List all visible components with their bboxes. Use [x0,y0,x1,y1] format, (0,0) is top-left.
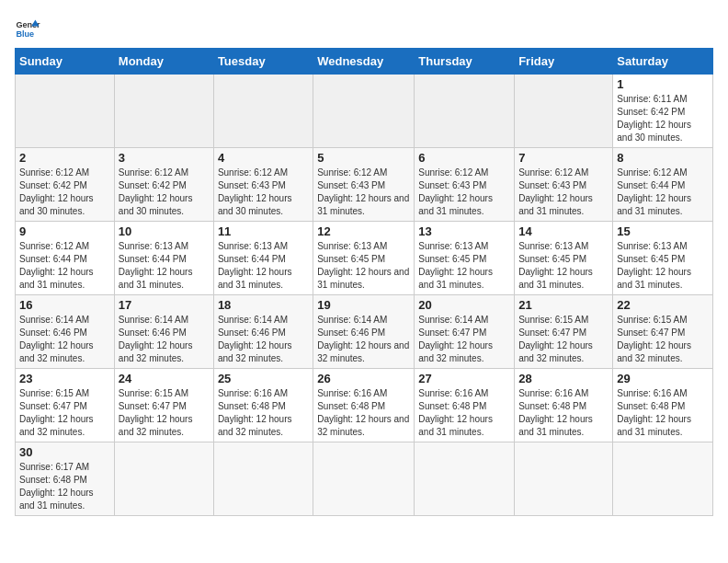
calendar-cell: 10Sunrise: 6:13 AM Sunset: 6:44 PM Dayli… [114,222,213,295]
calendar-header-sunday: Sunday [16,49,115,75]
day-info: Sunrise: 6:16 AM Sunset: 6:48 PM Dayligh… [317,387,410,439]
day-number: 23 [19,372,110,385]
day-info: Sunrise: 6:13 AM Sunset: 6:44 PM Dayligh… [218,240,309,292]
calendar-cell: 12Sunrise: 6:13 AM Sunset: 6:45 PM Dayli… [313,222,415,295]
calendar-cell [213,75,313,148]
page-header: General Blue [15,15,713,40]
calendar-header-friday: Friday [515,49,613,75]
calendar-cell: 13Sunrise: 6:13 AM Sunset: 6:45 PM Dayli… [415,222,515,295]
calendar-cell: 23Sunrise: 6:15 AM Sunset: 6:47 PM Dayli… [16,369,115,442]
calendar-cell [16,75,115,148]
calendar-cell: 25Sunrise: 6:16 AM Sunset: 6:48 PM Dayli… [213,369,313,442]
day-number: 24 [119,372,210,385]
calendar-cell: 30Sunrise: 6:17 AM Sunset: 6:48 PM Dayli… [16,442,115,516]
day-number: 3 [119,151,210,165]
calendar-week-row: 30Sunrise: 6:17 AM Sunset: 6:48 PM Dayli… [16,442,713,516]
day-number: 19 [317,298,410,312]
day-number: 26 [317,372,410,385]
day-number: 10 [119,224,210,238]
calendar-cell [515,75,613,148]
calendar-header-saturday: Saturday [613,49,713,75]
calendar-cell: 8Sunrise: 6:12 AM Sunset: 6:44 PM Daylig… [613,148,713,222]
day-info: Sunrise: 6:15 AM Sunset: 6:47 PM Dayligh… [518,314,609,365]
calendar-week-row: 9Sunrise: 6:12 AM Sunset: 6:44 PM Daylig… [16,222,713,295]
day-number: 17 [119,298,210,312]
calendar-header-tuesday: Tuesday [213,49,313,75]
calendar-cell: 4Sunrise: 6:12 AM Sunset: 6:43 PM Daylig… [213,148,313,222]
day-info: Sunrise: 6:15 AM Sunset: 6:47 PM Dayligh… [617,314,709,365]
calendar-cell: 5Sunrise: 6:12 AM Sunset: 6:43 PM Daylig… [313,148,415,222]
calendar-cell [415,75,515,148]
day-info: Sunrise: 6:13 AM Sunset: 6:45 PM Dayligh… [418,240,510,292]
day-info: Sunrise: 6:16 AM Sunset: 6:48 PM Dayligh… [218,387,309,439]
calendar-header-wednesday: Wednesday [313,49,415,75]
day-info: Sunrise: 6:11 AM Sunset: 6:42 PM Dayligh… [617,93,709,144]
calendar-cell: 22Sunrise: 6:15 AM Sunset: 6:47 PM Dayli… [613,295,713,369]
day-info: Sunrise: 6:15 AM Sunset: 6:47 PM Dayligh… [119,387,210,439]
day-number: 1 [617,77,709,91]
day-info: Sunrise: 6:12 AM Sunset: 6:42 PM Dayligh… [119,167,210,218]
day-info: Sunrise: 6:12 AM Sunset: 6:43 PM Dayligh… [518,167,609,218]
day-number: 22 [617,298,709,312]
day-number: 11 [218,224,309,238]
svg-text:Blue: Blue [16,29,34,39]
day-number: 2 [19,151,110,165]
calendar-cell: 21Sunrise: 6:15 AM Sunset: 6:47 PM Dayli… [515,295,613,369]
day-number: 7 [518,151,609,165]
calendar-table: SundayMondayTuesdayWednesdayThursdayFrid… [15,48,713,516]
day-info: Sunrise: 6:12 AM Sunset: 6:44 PM Dayligh… [617,167,709,218]
calendar-header-thursday: Thursday [415,49,515,75]
day-info: Sunrise: 6:12 AM Sunset: 6:43 PM Dayligh… [418,167,510,218]
day-info: Sunrise: 6:14 AM Sunset: 6:46 PM Dayligh… [317,314,410,365]
calendar-cell: 26Sunrise: 6:16 AM Sunset: 6:48 PM Dayli… [313,369,415,442]
calendar-week-row: 1Sunrise: 6:11 AM Sunset: 6:42 PM Daylig… [16,75,713,148]
day-info: Sunrise: 6:13 AM Sunset: 6:45 PM Dayligh… [317,240,410,292]
calendar-cell: 20Sunrise: 6:14 AM Sunset: 6:47 PM Dayli… [415,295,515,369]
day-number: 21 [518,298,609,312]
day-info: Sunrise: 6:12 AM Sunset: 6:43 PM Dayligh… [218,167,309,218]
day-number: 6 [418,151,510,165]
calendar-cell [114,442,213,516]
day-number: 14 [518,224,609,238]
day-info: Sunrise: 6:14 AM Sunset: 6:47 PM Dayligh… [418,314,510,365]
day-info: Sunrise: 6:13 AM Sunset: 6:44 PM Dayligh… [119,240,210,292]
calendar-cell [313,442,415,516]
day-number: 20 [418,298,510,312]
day-number: 12 [317,224,410,238]
calendar-cell: 15Sunrise: 6:13 AM Sunset: 6:45 PM Dayli… [613,222,713,295]
calendar-cell: 29Sunrise: 6:16 AM Sunset: 6:48 PM Dayli… [613,369,713,442]
calendar-cell: 2Sunrise: 6:12 AM Sunset: 6:42 PM Daylig… [16,148,115,222]
day-number: 30 [19,445,110,459]
calendar-cell: 16Sunrise: 6:14 AM Sunset: 6:46 PM Dayli… [16,295,115,369]
day-number: 18 [218,298,309,312]
calendar-week-row: 23Sunrise: 6:15 AM Sunset: 6:47 PM Dayli… [16,369,713,442]
logo: General Blue [15,15,40,40]
day-number: 8 [617,151,709,165]
calendar-cell: 17Sunrise: 6:14 AM Sunset: 6:46 PM Dayli… [114,295,213,369]
calendar-cell: 28Sunrise: 6:16 AM Sunset: 6:48 PM Dayli… [515,369,613,442]
day-info: Sunrise: 6:16 AM Sunset: 6:48 PM Dayligh… [418,387,510,439]
calendar-week-row: 2Sunrise: 6:12 AM Sunset: 6:42 PM Daylig… [16,148,713,222]
calendar-cell: 7Sunrise: 6:12 AM Sunset: 6:43 PM Daylig… [515,148,613,222]
calendar-cell [213,442,313,516]
day-number: 27 [418,372,510,385]
day-info: Sunrise: 6:16 AM Sunset: 6:48 PM Dayligh… [617,387,709,439]
calendar-cell: 9Sunrise: 6:12 AM Sunset: 6:44 PM Daylig… [16,222,115,295]
calendar-cell: 19Sunrise: 6:14 AM Sunset: 6:46 PM Dayli… [313,295,415,369]
day-info: Sunrise: 6:12 AM Sunset: 6:44 PM Dayligh… [19,240,110,292]
day-number: 9 [19,224,110,238]
day-info: Sunrise: 6:14 AM Sunset: 6:46 PM Dayligh… [218,314,309,365]
day-info: Sunrise: 6:12 AM Sunset: 6:42 PM Dayligh… [19,167,110,218]
day-number: 28 [518,372,609,385]
day-number: 5 [317,151,410,165]
calendar-cell [415,442,515,516]
calendar-cell: 11Sunrise: 6:13 AM Sunset: 6:44 PM Dayli… [213,222,313,295]
calendar-cell: 14Sunrise: 6:13 AM Sunset: 6:45 PM Dayli… [515,222,613,295]
calendar-header-monday: Monday [114,49,213,75]
calendar-cell: 1Sunrise: 6:11 AM Sunset: 6:42 PM Daylig… [613,75,713,148]
calendar-cell: 6Sunrise: 6:12 AM Sunset: 6:43 PM Daylig… [415,148,515,222]
calendar-cell: 18Sunrise: 6:14 AM Sunset: 6:46 PM Dayli… [213,295,313,369]
day-info: Sunrise: 6:13 AM Sunset: 6:45 PM Dayligh… [518,240,609,292]
calendar-cell: 27Sunrise: 6:16 AM Sunset: 6:48 PM Dayli… [415,369,515,442]
calendar-cell [613,442,713,516]
